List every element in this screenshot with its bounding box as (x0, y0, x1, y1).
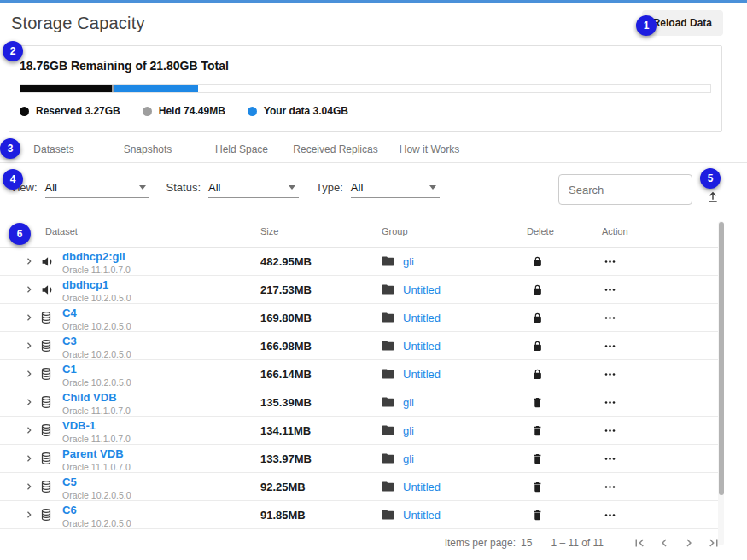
expand-row-chevron-icon[interactable] (24, 397, 41, 407)
row-actions-menu[interactable] (602, 372, 719, 376)
export-button[interactable] (706, 190, 720, 204)
row-actions-menu[interactable] (602, 485, 719, 489)
view-filter-select[interactable]: All (45, 181, 149, 198)
group-link[interactable]: gli (403, 255, 414, 268)
column-header-delete: Delete (527, 226, 602, 236)
vdb-database-icon (41, 368, 62, 380)
column-header-size: Size (260, 226, 382, 236)
group-link[interactable]: gli (403, 396, 414, 409)
row-actions-menu[interactable] (602, 260, 719, 264)
dataset-name-link[interactable]: VDB-1 (62, 419, 96, 432)
legend-value: 3.04GB (313, 105, 348, 117)
table-row: dbdhcp2:gliOracle 11.1.0.7.0482.95MBgli (0, 248, 719, 276)
row-actions-menu[interactable] (602, 513, 719, 517)
delete-trash-icon[interactable] (527, 453, 602, 464)
tab-how-it-works[interactable]: How it Works (382, 143, 476, 155)
delete-trash-icon[interactable] (527, 481, 602, 493)
row-actions-menu[interactable] (602, 400, 719, 405)
dataset-name-link[interactable]: C3 (62, 335, 77, 347)
tab-held-space[interactable]: Held Space (195, 143, 289, 155)
dataset-name-link[interactable]: C1 (62, 363, 77, 376)
expand-row-chevron-icon[interactable] (24, 481, 41, 492)
first-page-button[interactable] (632, 535, 647, 551)
dataset-version: Oracle 10.2.0.5.0 (62, 321, 260, 331)
row-actions-menu[interactable] (602, 457, 719, 461)
previous-page-button[interactable] (657, 535, 672, 551)
group-link[interactable]: Untitled (403, 340, 441, 353)
row-actions-menu[interactable] (602, 344, 719, 348)
group-link[interactable]: Untitled (403, 368, 441, 381)
expand-row-chevron-icon[interactable] (24, 425, 41, 435)
group-link[interactable]: Untitled (403, 283, 441, 296)
dataset-size: 217.53MB (260, 283, 382, 296)
pagination-range: 1 – 11 of 11 (551, 537, 604, 549)
expand-row-chevron-icon[interactable] (24, 256, 41, 266)
expand-row-chevron-icon[interactable] (24, 369, 41, 379)
dataset-name-link[interactable]: dbdhcp2:gli (62, 250, 125, 263)
dataset-version: Oracle 10.2.0.5.0 (62, 349, 260, 359)
dataset-name-link[interactable]: Parent VDB (62, 447, 124, 460)
table-row: C1Oracle 10.2.0.5.0166.14MBUntitled (0, 360, 719, 388)
dataset-name-link[interactable]: C5 (62, 475, 77, 488)
dataset-size: 166.14MB (260, 368, 382, 381)
expand-row-chevron-icon[interactable] (24, 341, 41, 351)
folder-icon (382, 510, 394, 520)
column-header-action: Action (602, 226, 719, 236)
tab-datasets[interactable]: Datasets (7, 143, 101, 155)
group-link[interactable]: gli (403, 452, 414, 465)
legend-label: Held (159, 105, 181, 117)
vdb-database-icon (41, 396, 62, 408)
status-filter-select[interactable]: All (208, 181, 299, 198)
lock-icon[interactable] (527, 256, 602, 267)
row-actions-menu[interactable] (602, 288, 719, 292)
status-filter-value: All (208, 181, 220, 194)
chevron-left-icon (657, 535, 672, 551)
expand-row-chevron-icon[interactable] (24, 453, 41, 464)
group-link[interactable]: Untitled (403, 481, 441, 493)
type-filter-value: All (351, 181, 363, 194)
folder-icon (382, 341, 394, 351)
annotation-badge-1: 1 (636, 15, 657, 36)
folder-icon (382, 369, 394, 379)
row-actions-menu[interactable] (602, 429, 719, 433)
dataset-name-link[interactable]: dbdhcp1 (62, 278, 108, 291)
folder-icon (382, 256, 394, 266)
pagination-bar: Items per page: 15 1 – 11 of 11 (0, 529, 747, 557)
table-scrollbar-thumb[interactable] (719, 222, 724, 495)
delete-trash-icon[interactable] (527, 510, 602, 521)
lock-icon[interactable] (527, 369, 602, 380)
delete-trash-icon[interactable] (527, 425, 602, 436)
group-link[interactable]: Untitled (403, 312, 441, 324)
search-area (558, 174, 720, 205)
search-input[interactable] (558, 174, 692, 205)
dataset-version: Oracle 10.2.0.5.0 (62, 293, 260, 303)
row-actions-menu[interactable] (602, 316, 719, 320)
items-per-page-value[interactable]: 15 (521, 537, 532, 549)
delete-trash-icon[interactable] (527, 397, 602, 408)
your-data-color-dot-icon (248, 107, 257, 116)
lock-icon[interactable] (527, 312, 602, 324)
dataset-name-link[interactable]: C6 (62, 504, 77, 516)
dataset-name-link[interactable]: Child VDB (62, 391, 117, 404)
expand-row-chevron-icon[interactable] (24, 284, 41, 295)
legend-item-held: Held 74.49MB (143, 105, 225, 117)
group-link[interactable]: Untitled (403, 509, 441, 522)
next-page-button[interactable] (681, 535, 697, 551)
lock-icon[interactable] (527, 341, 602, 352)
dataset-name-link[interactable]: C4 (62, 306, 77, 319)
group-link[interactable]: gli (403, 424, 414, 437)
dataset-version: Oracle 11.1.0.7.0 (62, 405, 260, 416)
expand-row-chevron-icon[interactable] (24, 510, 41, 520)
tab-snapshots[interactable]: Snapshots (101, 143, 195, 155)
tab-received-replicas[interactable]: Received Replicas (289, 143, 382, 155)
annotation-badge-2: 2 (3, 41, 23, 61)
type-filter-select[interactable]: All (351, 181, 440, 198)
vdb-database-icon (41, 312, 62, 324)
dataset-size: 166.98MB (260, 340, 382, 353)
status-filter: Status: All (166, 181, 299, 198)
capacity-bar-segment (114, 85, 199, 92)
lock-icon[interactable] (527, 284, 602, 295)
capacity-bar-segment (20, 85, 112, 92)
dataset-version: Oracle 11.1.0.7.0 (62, 265, 260, 275)
expand-row-chevron-icon[interactable] (24, 312, 41, 323)
